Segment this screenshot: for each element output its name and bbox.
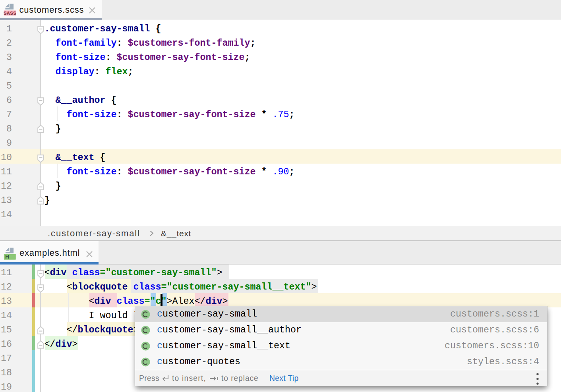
svg-text:H: H bbox=[5, 254, 9, 260]
svg-text:SASS: SASS bbox=[4, 11, 16, 15]
